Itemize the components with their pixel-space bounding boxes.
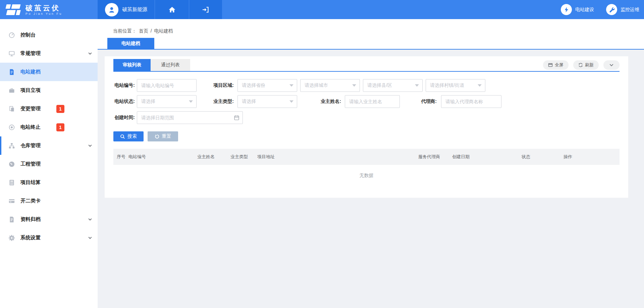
- caret-down-icon: [189, 101, 193, 103]
- results-table: 序号 电站编号 业主姓名 业主类型 项目地址 服务代理商 创建日期 状态 操作 …: [113, 149, 620, 179]
- brand-logo: 破茧云伏 Po Jian Yun Fu: [0, 0, 98, 19]
- module-station-build[interactable]: 电站建设: [561, 4, 594, 15]
- city-select[interactable]: 请选择城市: [300, 79, 360, 92]
- reset-icon: [155, 134, 160, 139]
- sidebar: 控制台 常规管理 电站建档 项目立项 变更管理 1 电站终止 1: [0, 19, 98, 308]
- caret-down-icon: [289, 84, 293, 87]
- province-select[interactable]: 请选择省份: [237, 79, 297, 92]
- agent-label: 代理商:: [400, 99, 439, 105]
- fullscreen-button[interactable]: 全屏: [543, 60, 569, 70]
- logout-button[interactable]: [189, 0, 222, 19]
- reset-button[interactable]: 重置: [148, 131, 178, 141]
- chevron-down-icon: [88, 236, 92, 240]
- station-no-label: 电站编号:: [113, 82, 137, 88]
- fullscreen-icon: [548, 63, 553, 67]
- home-button[interactable]: [155, 0, 189, 19]
- gear-icon: [8, 235, 15, 241]
- station-status-label: 电站状态:: [113, 99, 137, 105]
- breadcrumb: 当前位置： 首页 / 电站建档: [113, 28, 174, 34]
- main-content: 当前位置： 首页 / 电站建档 电站建档 审核列表 通过列表 全屏 刷新: [98, 19, 644, 308]
- tab-passed-list[interactable]: 通过列表: [151, 59, 190, 71]
- breadcrumb-separator: /: [151, 28, 152, 34]
- sidebar-item-general-mgmt[interactable]: 常规管理: [0, 44, 98, 63]
- caret-down-icon: [415, 84, 419, 87]
- region-label: 项目区域:: [197, 82, 236, 88]
- breadcrumb-prefix: 当前位置：: [113, 28, 137, 34]
- caret-down-icon: [352, 84, 356, 87]
- sidebar-item-data-archive[interactable]: 资料归档: [0, 210, 98, 229]
- sidebar-item-open-class2-card[interactable]: 开二类卡: [0, 192, 98, 210]
- sitemap-icon: [8, 142, 15, 149]
- sidebar-item-station-termination[interactable]: 电站终止 1: [0, 118, 98, 136]
- sign-out-icon: [202, 6, 210, 14]
- calendar-icon: [234, 115, 239, 121]
- brand-title: 破茧云伏: [25, 4, 62, 12]
- created-time-label: 创建时间:: [113, 115, 137, 121]
- collapse-button[interactable]: [603, 60, 620, 70]
- owner-name-label: 业主姓名:: [297, 99, 343, 105]
- sidebar-item-change-mgmt[interactable]: 变更管理 1: [0, 100, 98, 118]
- date-range-input[interactable]: [137, 112, 243, 124]
- search-button[interactable]: 搜索: [113, 131, 144, 141]
- breadcrumb-current: 电站建档: [154, 28, 173, 34]
- chevron-down-icon: [88, 51, 92, 56]
- gauge-icon: [8, 161, 15, 168]
- record-icon: [8, 124, 15, 131]
- sidebar-item-project-settlement[interactable]: 项目结算: [0, 173, 98, 192]
- sidebar-item-warehouse-mgmt[interactable]: 仓库管理: [0, 136, 98, 155]
- archive-icon: [8, 216, 15, 223]
- pages-icon: [8, 106, 15, 112]
- empty-state-text: 无数据: [113, 165, 620, 179]
- card-icon: [8, 198, 15, 204]
- notification-badge: 1: [56, 123, 64, 131]
- breadcrumb-home-link[interactable]: 首页: [139, 28, 148, 34]
- station-status-select[interactable]: 请选择: [137, 95, 197, 108]
- owner-type-select[interactable]: 请选择: [237, 95, 297, 108]
- breadcrumb-strip: 当前位置： 首页 / 电站建档 电站建档: [98, 19, 644, 50]
- refresh-button[interactable]: 刷新: [573, 60, 599, 70]
- filter-form: 电站编号: 项目区域: 请选择省份 请选择城市 请选择县/区 请选择村镇/街道 …: [113, 79, 620, 124]
- document-icon: [8, 69, 15, 75]
- module-label: 监控运维: [621, 7, 639, 13]
- chevron-down-icon: [88, 217, 92, 222]
- user-avatar-icon: [105, 3, 118, 16]
- briefcase-icon: [8, 87, 15, 94]
- owner-type-label: 业主类型:: [197, 99, 236, 105]
- sidebar-item-station-filing[interactable]: 电站建档: [0, 63, 98, 81]
- sidebar-item-dashboard[interactable]: 控制台: [0, 26, 98, 44]
- notification-badge: 1: [56, 105, 64, 113]
- search-icon: [120, 134, 125, 139]
- chevron-down-icon: [609, 63, 614, 67]
- calculator-icon: [8, 179, 15, 186]
- panel-tabs: 审核列表 通过列表 全屏 刷新: [113, 59, 620, 72]
- wrench-icon: [606, 4, 617, 15]
- home-icon: [168, 6, 176, 13]
- dashboard-icon: [8, 32, 15, 39]
- page-tab-station-filing[interactable]: 电站建档: [107, 38, 154, 49]
- monitor-icon: [8, 50, 15, 57]
- chevron-down-icon: [88, 143, 92, 148]
- caret-down-icon: [478, 84, 482, 87]
- module-label: 电站建设: [575, 7, 594, 13]
- top-header: 破茧云伏 Po Jian Yun Fu 破茧新能源 电站建设 监控运维: [0, 0, 644, 19]
- brand-subtitle: Po Jian Yun Fu: [25, 12, 62, 15]
- lightning-icon: [561, 4, 572, 15]
- panel-card: 审核列表 通过列表 全屏 刷新 电站编号:: [105, 56, 628, 198]
- table-header-row: 序号 电站编号 业主姓名 业主类型 项目地址 服务代理商 创建日期 状态 操作: [113, 149, 620, 165]
- station-no-input[interactable]: [137, 79, 196, 91]
- user-menu[interactable]: 破茧新能源: [98, 0, 155, 19]
- agent-input[interactable]: [441, 96, 501, 108]
- header-right-nav: 电站建设 监控运维: [222, 0, 644, 19]
- caret-down-icon: [289, 101, 293, 103]
- company-name: 破茧新能源: [122, 6, 148, 13]
- tab-review-list[interactable]: 审核列表: [113, 59, 151, 71]
- brand-logo-icon: [5, 4, 21, 15]
- town-select[interactable]: 请选择村镇/街道: [426, 79, 485, 92]
- refresh-icon: [578, 63, 583, 67]
- owner-name-input[interactable]: [345, 96, 399, 108]
- sidebar-item-project-initiation[interactable]: 项目立项: [0, 81, 98, 100]
- sidebar-item-system-settings[interactable]: 系统设置: [0, 229, 98, 247]
- module-monitor-ops[interactable]: 监控运维: [606, 4, 639, 15]
- district-select[interactable]: 请选择县/区: [363, 79, 423, 92]
- sidebar-item-engineering-mgmt[interactable]: 工程管理: [0, 155, 98, 173]
